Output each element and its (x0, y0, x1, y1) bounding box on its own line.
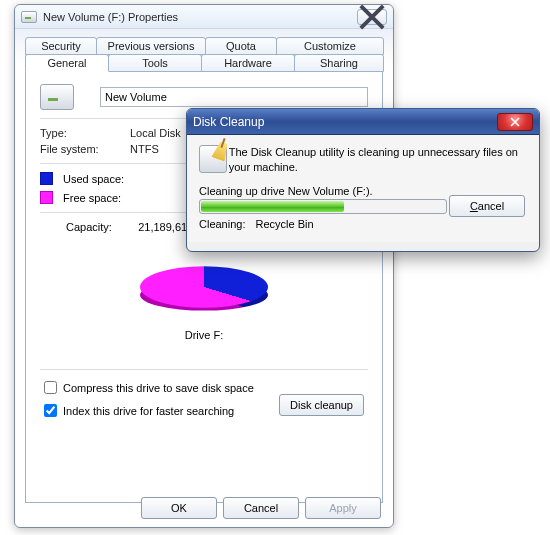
free-swatch-icon (40, 191, 53, 204)
compress-checkbox[interactable] (44, 381, 57, 394)
tab-security[interactable]: Security (25, 37, 97, 55)
cancel-button[interactable]: Cancel (223, 497, 299, 519)
cleanup-phase-label: Cleaning: (199, 218, 245, 230)
usage-pie-chart (140, 247, 268, 327)
tab-sharing[interactable]: Sharing (294, 54, 384, 72)
free-label: Free space: (63, 192, 159, 204)
tab-hardware[interactable]: Hardware (201, 54, 295, 72)
cleanup-titlebar[interactable]: Disk Cleanup (187, 109, 539, 135)
tab-customize[interactable]: Customize (276, 37, 384, 55)
cleanup-progress-bar (199, 199, 447, 214)
cleanup-phase-value: Recycle Bin (255, 218, 313, 230)
used-swatch-icon (40, 172, 53, 185)
properties-window: New Volume (F:) Properties Security Prev… (14, 4, 394, 528)
compress-label: Compress this drive to save disk space (63, 382, 254, 394)
volume-name-input[interactable] (100, 87, 368, 107)
cleanup-icon (199, 145, 227, 173)
close-x-icon (358, 3, 386, 31)
index-label: Index this drive for faster searching (63, 405, 234, 417)
cleanup-progress-fill (201, 201, 344, 212)
cleanup-message: The Disk Cleanup utility is cleaning up … (229, 145, 527, 175)
used-label: Used space: (63, 173, 159, 185)
ok-button[interactable]: OK (141, 497, 217, 519)
cancel-rest: ancel (478, 200, 504, 212)
filesystem-label: File system: (40, 143, 130, 155)
filesystem-value: NTFS (130, 143, 159, 155)
tab-general[interactable]: General (25, 54, 109, 72)
tab-previous-versions[interactable]: Previous versions (96, 37, 206, 55)
type-label: Type: (40, 127, 130, 139)
close-button[interactable] (357, 9, 387, 25)
type-value: Local Disk (130, 127, 181, 139)
capacity-label: Capacity: (66, 221, 136, 233)
cleanup-close-button[interactable] (497, 113, 533, 131)
disk-cleanup-dialog: Disk Cleanup The Disk Cleanup utility is… (186, 108, 540, 252)
close-x-icon (510, 117, 520, 127)
tab-tools[interactable]: Tools (108, 54, 202, 72)
dialog-footer: OK Cancel Apply (141, 497, 381, 519)
index-checkbox[interactable] (44, 404, 57, 417)
pie-caption: Drive F: (40, 329, 368, 341)
disk-cleanup-button[interactable]: Disk cleanup (279, 394, 364, 416)
cleanup-cancel-button[interactable]: Cancel (449, 195, 525, 217)
tabstrip: Security Previous versions Quota Customi… (15, 29, 393, 503)
cleanup-title: Disk Cleanup (193, 115, 264, 129)
tab-quota[interactable]: Quota (205, 37, 277, 55)
window-title: New Volume (F:) Properties (43, 11, 178, 23)
apply-button[interactable]: Apply (305, 497, 381, 519)
drive-icon (21, 11, 37, 23)
properties-titlebar[interactable]: New Volume (F:) Properties (15, 5, 393, 29)
drive-large-icon (40, 84, 74, 110)
